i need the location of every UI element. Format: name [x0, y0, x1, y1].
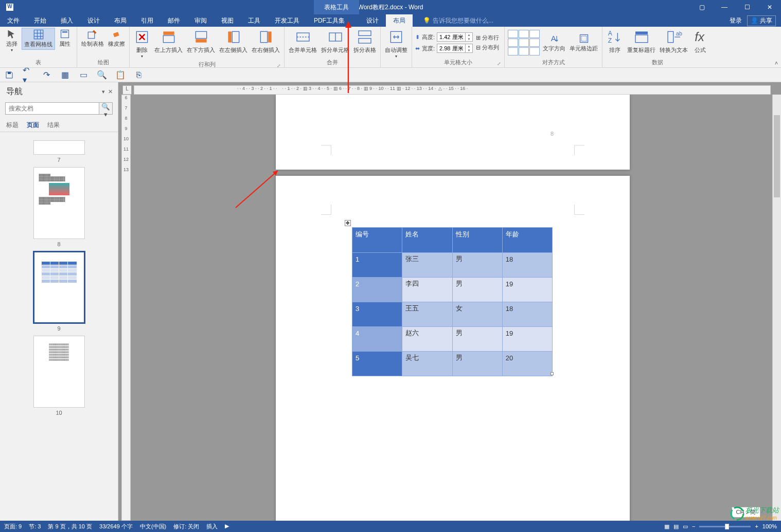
tab-table-layout[interactable]: 布局 — [386, 14, 413, 27]
pages-container[interactable]: 8 ✥ 编号 姓名 性别 年龄 1张三男18 — [134, 95, 781, 521]
ruler-corner[interactable]: L — [122, 85, 132, 95]
maximize-button[interactable]: ☐ — [736, 0, 758, 14]
zoom-slider-thumb[interactable] — [725, 524, 729, 529]
close-button[interactable]: ✕ — [758, 0, 781, 14]
th-gender[interactable]: 性别 — [452, 228, 502, 253]
draw-table-button[interactable]: 绘制表格 — [79, 28, 106, 49]
tab-references[interactable]: 引用 — [134, 14, 161, 27]
document-table[interactable]: 编号 姓名 性别 年龄 1张三男18 2李四男19 3王五女18 4赵六男19 … — [352, 227, 553, 376]
nav-tab-results[interactable]: 结果 — [47, 121, 60, 130]
delete-button[interactable]: 删除▾ — [132, 28, 152, 60]
spin-up-icon[interactable]: ▲ — [466, 44, 472, 48]
share-button[interactable]: 👤 共享 — [747, 15, 776, 26]
status-word-count[interactable]: 33/2649 个字 — [99, 523, 133, 530]
save-button[interactable] — [4, 70, 14, 80]
width-spinner[interactable]: ▲▼ — [437, 44, 473, 53]
nav-search[interactable]: 🔍 ▾ — [5, 102, 113, 115]
spin-down-icon[interactable]: ▼ — [466, 37, 472, 41]
align-br[interactable] — [529, 47, 540, 56]
sign-in-link[interactable]: 登录 — [730, 16, 742, 25]
align-ml[interactable] — [508, 39, 518, 47]
collapse-ribbon-icon[interactable]: ʌ — [775, 60, 778, 65]
view-web-layout-icon[interactable]: ▭ — [683, 523, 688, 530]
zoom-slider[interactable] — [699, 526, 751, 527]
tab-developer[interactable]: 开发工具 — [268, 14, 307, 27]
nav-dropdown-icon[interactable]: ▾ — [102, 88, 105, 95]
spin-down-icon[interactable]: ▼ — [466, 48, 472, 52]
tab-view[interactable]: 视图 — [214, 14, 241, 27]
tell-me-input[interactable]: 💡告诉我您想要做什么... — [423, 16, 493, 25]
spin-up-icon[interactable]: ▲ — [466, 33, 472, 37]
scrollbar-thumb[interactable] — [774, 115, 780, 197]
autofit-button[interactable]: 自动调整▾ — [383, 28, 410, 60]
nav-search-button[interactable]: 🔍 ▾ — [99, 103, 112, 114]
thumb-page-8[interactable]: ████████████████████████████████████████… — [33, 167, 85, 239]
status-track-changes[interactable]: 修订: 关闭 — [173, 523, 199, 530]
cell-margins-button[interactable]: 单元格边距 — [567, 32, 600, 53]
tab-layout[interactable]: 布局 — [107, 14, 134, 27]
align-bl[interactable] — [508, 47, 518, 56]
formula-button[interactable]: fx公式 — [690, 28, 711, 55]
qat-btn-5[interactable]: ▭ — [78, 70, 88, 80]
width-input[interactable] — [437, 45, 465, 51]
sort-button[interactable]: AZ排序 — [605, 28, 625, 55]
redo-button[interactable]: ↷ — [41, 70, 51, 80]
tab-home[interactable]: 开始 — [27, 14, 54, 27]
tab-design[interactable]: 设计 — [80, 14, 107, 27]
table-row[interactable]: 1张三男18 — [352, 253, 553, 278]
table-row[interactable]: 5吴七男20 — [352, 352, 553, 376]
select-button[interactable]: 选择▾ — [2, 28, 22, 53]
dialog-launcher-icon[interactable]: ⤢ — [277, 63, 281, 68]
properties-button[interactable]: 属性 — [55, 28, 75, 49]
align-tl[interactable] — [508, 30, 518, 38]
view-print-layout-icon[interactable]: ▤ — [673, 523, 679, 530]
align-bc[interactable] — [519, 47, 529, 56]
tab-table-design[interactable]: 设计 — [359, 14, 386, 27]
tab-insert[interactable]: 插入 — [54, 14, 80, 27]
status-section[interactable]: 节: 3 — [29, 523, 41, 530]
table-row[interactable]: 4赵六男19 — [352, 327, 553, 352]
dialog-launcher-icon[interactable]: ⤢ — [497, 61, 501, 66]
split-table-button[interactable]: 拆分表格 — [351, 28, 378, 55]
status-page[interactable]: 页面: 9 — [4, 523, 22, 530]
nav-tab-pages[interactable]: 页面 — [27, 121, 39, 130]
nav-tab-headings[interactable]: 标题 — [6, 121, 19, 130]
table-move-handle-icon[interactable]: ✥ — [345, 220, 351, 226]
split-cells-button[interactable]: 拆分单元格 — [319, 28, 351, 55]
convert-to-text-button[interactable]: abc转换为文本 — [658, 28, 690, 55]
table-resize-handle[interactable] — [551, 372, 554, 375]
zoom-out-button[interactable]: − — [692, 523, 695, 529]
vertical-scrollbar[interactable] — [772, 95, 781, 521]
align-tr[interactable] — [529, 30, 540, 38]
zoom-level[interactable]: 100% — [762, 523, 777, 529]
ribbon-display-options[interactable]: ▢ — [690, 0, 713, 14]
thumb-page-7[interactable] — [33, 140, 85, 155]
insert-left-button[interactable]: 在左侧插入 — [217, 28, 250, 55]
merge-cells-button[interactable]: 合并单元格 — [287, 28, 319, 55]
table-row[interactable]: 2李四男19 — [352, 278, 553, 302]
tab-review[interactable]: 审阅 — [187, 14, 214, 27]
align-mc[interactable] — [519, 39, 529, 47]
status-insert-mode[interactable]: 插入 — [206, 523, 218, 530]
table-row[interactable]: 3王五女18 — [352, 302, 553, 327]
nav-search-input[interactable] — [6, 103, 99, 114]
distribute-rows-button[interactable]: ⊞ 分布行 — [476, 34, 499, 42]
th-age[interactable]: 年龄 — [502, 228, 552, 253]
qat-btn-7[interactable]: 📋 — [115, 70, 126, 80]
tab-tools[interactable]: 工具 — [241, 14, 268, 27]
nav-close-icon[interactable]: ✕ — [108, 88, 113, 95]
tab-mailings[interactable]: 邮件 — [161, 14, 187, 27]
view-read-mode-icon[interactable]: ▦ — [664, 523, 669, 530]
insert-below-button[interactable]: 在下方插入 — [185, 28, 217, 55]
qat-btn-8[interactable]: ⎘ — [134, 70, 144, 80]
alignment-grid[interactable] — [507, 29, 541, 57]
height-input[interactable] — [437, 34, 465, 40]
status-language[interactable]: 中文(中国) — [140, 523, 166, 530]
eraser-button[interactable]: 橡皮擦 — [106, 28, 127, 49]
insert-right-button[interactable]: 在右侧插入 — [250, 28, 282, 55]
align-mr[interactable] — [529, 39, 540, 47]
thumb-page-10[interactable]: ████████████████████████████████████████… — [33, 336, 85, 408]
tab-file[interactable]: 文件 — [0, 14, 27, 27]
repeat-header-button[interactable]: 重复标题行 — [625, 28, 658, 55]
tab-pdf-tools[interactable]: PDF工具集 — [307, 14, 352, 27]
